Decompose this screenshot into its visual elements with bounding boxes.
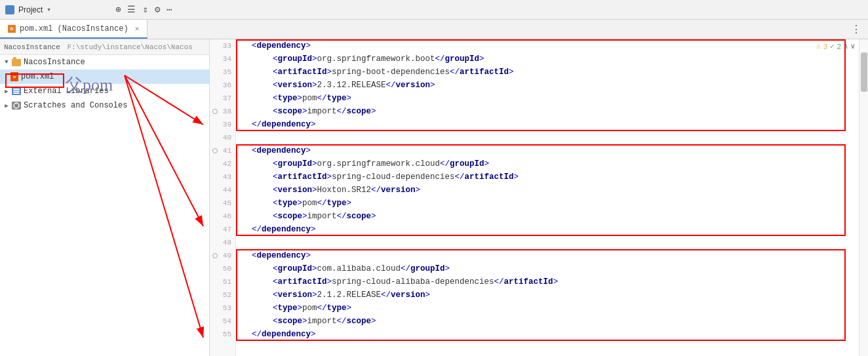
line-content: <dependency> — [241, 144, 311, 157]
breadcrumb: NacosInstance F:\study\instance\Nacos\Na… — [0, 39, 209, 55]
sidebar-item-external-libraries[interactable]: ▶ External Libraries — [0, 84, 209, 98]
line-num-46: 46 — [210, 210, 235, 223]
sidebar-item-scratches[interactable]: ▶ Scratches and Consoles — [0, 98, 209, 113]
line-content: <type>pom</type> — [241, 197, 351, 210]
line-content: </dependency> — [241, 223, 316, 236]
scratches-icon — [12, 102, 21, 109]
collapse-icon[interactable]: ⇕ — [142, 4, 148, 15]
code-line-40 — [241, 131, 854, 144]
code-line-38: <scope>import</scope> — [241, 105, 854, 118]
scrollbar-thumb[interactable] — [861, 52, 867, 92]
code-line-49: <dependency> — [241, 249, 854, 262]
tab-label: pom.xml (NacosInstance) — [20, 24, 128, 33]
tab-bar-more-icon[interactable]: ⋮ — [844, 23, 868, 36]
line-content: <version>2.3.12.RELEASE</version> — [241, 79, 435, 92]
svg-rect-0 — [7, 7, 13, 13]
add-file-icon[interactable]: ⊕ — [115, 4, 121, 15]
title-bar: Project ▾ ⊕ ☰ ⇕ ⚙ ⋯ — [0, 0, 868, 20]
folder-icon — [12, 59, 21, 66]
line-num-43: 43 — [210, 170, 235, 184]
line-num-44: 44 — [210, 184, 235, 197]
code-line-55: </dependency> — [241, 328, 854, 341]
line-num-36: 36 — [210, 79, 235, 92]
more-icon[interactable]: ⋯ — [167, 4, 172, 15]
line-content: <scope>import</scope> — [241, 315, 376, 328]
line-content: <dependency> — [241, 249, 311, 262]
line-content: <artifactId>spring-cloud-alibaba-depende… — [241, 275, 558, 288]
code-content-area[interactable]: <dependency> <groupId>org.springframewor… — [236, 39, 859, 356]
sidebar-item-label: pom.xml — [21, 72, 54, 81]
line-numbers: 33 34 35 36 37 38 39 40 41 42 43 44 45 4… — [210, 39, 236, 356]
line-num-49: 49 — [210, 249, 235, 262]
sort-icon[interactable]: ☰ — [127, 4, 136, 15]
code-line-33: <dependency> — [241, 39, 854, 52]
line-content: <version>Hoxton.SR12</version> — [241, 184, 420, 197]
line-num-52: 52 — [210, 288, 235, 302]
tab-bar: m pom.xml (NacosInstance) ✕ ⋮ — [0, 20, 868, 39]
line-content: </dependency> — [241, 118, 316, 131]
line-num-54: 54 — [210, 315, 235, 328]
vertical-scrollbar[interactable] — [859, 39, 868, 356]
svg-rect-3 — [13, 92, 20, 94]
code-line-42: <groupId>org.springframework.cloud</grou… — [241, 157, 854, 170]
code-editor: ⚠ 3 ✓ 2 ∧ ∨ 33 34 35 36 37 38 39 40 41 4… — [210, 39, 868, 356]
code-line-43: <artifactId>spring-cloud-dependencies</a… — [241, 170, 854, 184]
breadcrumb-text: NacosInstance F:\study\instance\Nacos\Na… — [4, 43, 193, 51]
code-line-50: <groupId>com.alibaba.cloud</groupId> — [241, 262, 854, 275]
line-num-47: 47 — [210, 223, 235, 236]
code-line-44: <version>Hoxton.SR12</version> — [241, 184, 854, 197]
code-area: 33 34 35 36 37 38 39 40 41 42 43 44 45 4… — [210, 39, 868, 356]
code-line-53: <type>pom</type> — [241, 302, 854, 315]
line-num-45: 45 — [210, 197, 235, 210]
chevron-right-icon: ▶ — [3, 102, 10, 109]
line-num-55: 55 — [210, 328, 235, 341]
code-line-54: <scope>import</scope> — [241, 315, 854, 328]
line-content: <artifactId>spring-cloud-dependencies</a… — [241, 170, 519, 184]
svg-rect-1 — [13, 89, 20, 90]
sidebar-item-label: External Libraries — [24, 87, 109, 96]
code-line-41: <dependency> — [241, 144, 854, 157]
sidebar-item-label: NacosInstance — [24, 58, 85, 67]
line-content: </dependency> — [241, 328, 316, 341]
tab-close-button[interactable]: ✕ — [135, 24, 140, 33]
line-num-38: 38 — [210, 105, 235, 118]
settings-icon[interactable]: ⚙ — [155, 4, 160, 15]
chevron-right-icon: ▶ — [3, 87, 10, 95]
line-num-39: 39 — [210, 118, 235, 131]
line-content: <artifactId>spring-boot-dependencies</ar… — [241, 66, 514, 79]
tab-pom-xml[interactable]: m pom.xml (NacosInstance) ✕ — [0, 20, 148, 39]
sidebar: NacosInstance F:\study\instance\Nacos\Na… — [0, 39, 210, 356]
svg-point-4 — [14, 103, 19, 108]
code-line-48 — [241, 236, 854, 249]
line-num-35: 35 — [210, 66, 235, 79]
line-num-34: 34 — [210, 52, 235, 66]
project-dropdown-icon[interactable]: ▾ — [47, 5, 51, 14]
code-line-47: </dependency> — [241, 223, 854, 236]
xml-file-icon: m — [10, 72, 18, 81]
code-line-39: </dependency> — [241, 118, 854, 131]
sidebar-item-nacosinstance[interactable]: ▼ NacosInstance — [0, 55, 209, 69]
code-line-45: <type>pom</type> — [241, 197, 854, 210]
breadcrumb-path: F:\study\instance\Nacos\Nacos — [67, 43, 192, 51]
line-num-53: 53 — [210, 302, 235, 315]
code-line-52: <version>2.1.2.RELEASE</version> — [241, 288, 854, 302]
chevron-down-icon: ▼ — [3, 58, 10, 66]
xml-file-icon: m — [8, 25, 16, 33]
main-content: NacosInstance F:\study\instance\Nacos\Na… — [0, 39, 868, 356]
line-num-50: 50 — [210, 262, 235, 275]
line-num-40: 40 — [210, 131, 235, 144]
code-line-46: <scope>import</scope> — [241, 210, 854, 223]
code-line-51: <artifactId>spring-cloud-alibaba-depende… — [241, 275, 854, 288]
line-content: <scope>import</scope> — [241, 210, 376, 223]
sidebar-item-label: Scratches and Consoles — [24, 101, 127, 110]
line-content: <groupId>com.alibaba.cloud</groupId> — [241, 262, 450, 275]
line-num-37: 37 — [210, 92, 235, 105]
line-num-41: 41 — [210, 144, 235, 157]
code-line-34: <groupId>org.springframework.boot</group… — [241, 52, 854, 66]
library-icon — [12, 87, 21, 95]
code-line-36: <version>2.3.12.RELEASE</version> — [241, 79, 854, 92]
line-content: <groupId>org.springframework.cloud</grou… — [241, 157, 489, 170]
line-num-48: 48 — [210, 236, 235, 249]
project-icon — [5, 5, 14, 14]
sidebar-item-pom-xml[interactable]: m pom.xml — [0, 69, 209, 84]
